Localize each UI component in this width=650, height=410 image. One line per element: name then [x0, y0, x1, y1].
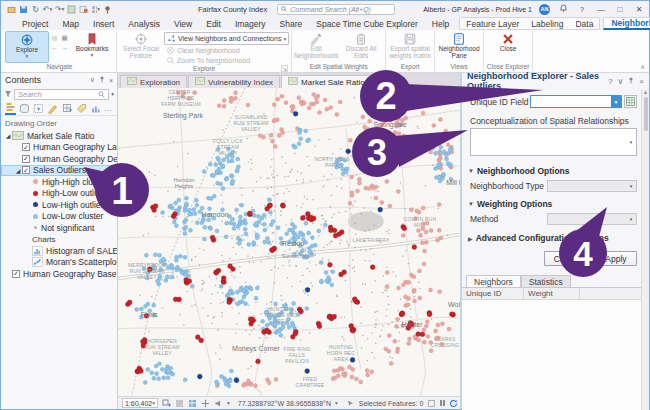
coordinates-options-icon[interactable]: ▾ [335, 400, 338, 406]
snap-icon[interactable] [201, 399, 210, 408]
redo-icon[interactable]: ↷▾ [55, 5, 64, 14]
menu-tab-map[interactable]: Map [55, 17, 86, 30]
pane-pin-icon[interactable] [628, 77, 634, 86]
pin-icon[interactable] [99, 76, 105, 84]
geoprocessing-icon[interactable]: ▾ [91, 5, 100, 14]
list-by-data-source-icon[interactable] [19, 102, 30, 115]
menu-tab-share[interactable]: Share [273, 17, 310, 30]
menu-tab-data[interactable]: Data [569, 18, 599, 29]
ribbon-button-edit-neighborhoods[interactable]: Edit Neighborhoods [294, 31, 338, 63]
menu-tab-neighborhood-explorer[interactable]: Neighborhood Explorer [603, 17, 650, 30]
conceptualization-combo[interactable]: ▾ [470, 128, 637, 156]
pane-scrollbar[interactable]: ▲ ▼ [641, 89, 649, 410]
field-table-button[interactable] [624, 95, 637, 108]
grid-header-unique-id[interactable]: Unique ID [462, 288, 524, 299]
visibility-checkbox[interactable]: ✓ [22, 143, 30, 151]
new-map-icon[interactable] [67, 5, 76, 14]
coordinates-readout[interactable]: 77.3288792°W 38.9655838°N [238, 400, 331, 407]
grid-header-weight[interactable]: Weight [524, 288, 580, 299]
ribbon-button-bookmarks[interactable]: Bookmarks▾ [70, 31, 114, 63]
scale-combo[interactable]: 1:60,402 ▾ [122, 398, 158, 408]
audio-icon[interactable] [214, 399, 223, 408]
results-tab-statistics[interactable]: Statistics [521, 275, 571, 287]
list-by-snapping-icon[interactable] [62, 102, 73, 115]
help-icon[interactable]: ? [576, 5, 588, 14]
unique-id-field-combo[interactable]: ▼ [530, 95, 622, 108]
menu-tab-project[interactable]: Project [15, 17, 55, 30]
minimize-button[interactable]: — [595, 5, 607, 14]
tree-item-moran-s-scatterplot[interactable]: Moran's Scatterplot [1, 257, 117, 269]
tree-item-not-significant[interactable]: Not significant [1, 222, 117, 234]
sync-icon[interactable]: ↻ [31, 5, 40, 14]
ribbon-button-neighborhood-pane[interactable]: Neighborhood Pane [437, 31, 481, 63]
list-by-editing-icon[interactable] [47, 102, 58, 115]
grid-toggle-icon[interactable] [175, 399, 184, 408]
tree-item-human-geography-base[interactable]: ✓Human Geography Base [1, 268, 117, 280]
more-tools-icon[interactable]: … [104, 104, 113, 113]
avatar[interactable]: AN [539, 4, 550, 15]
full-extent-icon[interactable]: ◎ [50, 33, 59, 42]
ribbon-button-discard-all-edits[interactable]: Discard All Edits [339, 31, 383, 63]
pane-menu-icon[interactable]: ∨ [90, 76, 95, 84]
view-tab-vulnerability-index[interactable]: Vulnerability Index [188, 75, 280, 88]
pane-menu-icon[interactable]: ∨ [617, 77, 623, 86]
command-search-box[interactable]: Command Search (Alt+Q) [277, 4, 395, 15]
visibility-checkbox[interactable]: ✓ [22, 155, 30, 163]
list-by-labeling-icon[interactable] [76, 102, 87, 115]
next-extent-icon[interactable]: → [60, 43, 69, 52]
neighborhood-type-combo[interactable]: ▾ [547, 180, 637, 192]
method-combo[interactable]: ▾ [547, 213, 637, 225]
tree-item-charts[interactable]: Charts [1, 234, 117, 246]
filter-icon[interactable] [4, 90, 12, 98]
notifications-icon[interactable] [557, 4, 569, 14]
ribbon-collapse-icon[interactable]: ∧ [640, 63, 645, 71]
menu-tab-labeling[interactable]: Labeling [525, 18, 569, 29]
menu-tab-view[interactable]: View [167, 17, 199, 30]
map-canvas[interactable]: CENTER / HERITAGE FARM MUSEUMSterling Pa… [118, 88, 460, 396]
save-icon[interactable] [19, 5, 28, 14]
tree-item-high-low-outlier[interactable]: High-Low outlier [1, 188, 117, 200]
combo-dropdown-icon[interactable]: ▾ [626, 129, 636, 155]
ribbon-button-view-neighbors-and-connections[interactable]: View Neighbors and Connections▾ [164, 32, 289, 45]
advanced-options-section[interactable]: ▶ Advanced Configuration Options [462, 233, 641, 243]
results-tab-neighbors[interactable]: Neighbors [466, 275, 521, 287]
search-options-icon[interactable]: ▾ [111, 91, 114, 97]
close-window-button[interactable]: ✕ [633, 5, 645, 14]
pane-close-icon[interactable]: × [639, 77, 644, 86]
menu-tab-help[interactable]: Help [425, 17, 456, 30]
ribbon-button-select-focal-feature[interactable]: Select Focal Feature [119, 31, 163, 65]
close-pane-icon[interactable]: × [109, 77, 113, 84]
tree-item-human-geography-label[interactable]: ✓Human Geography Label [1, 142, 117, 154]
ribbon-button-close[interactable]: Close [486, 31, 530, 63]
list-by-charts-icon[interactable] [90, 102, 101, 115]
ribbon-button-zoom-to-neighborhood[interactable]: Zoom To Neighborhood [164, 56, 289, 65]
pane-help-icon[interactable]: ? [608, 77, 612, 86]
ribbon-button-clear-neighborhood[interactable]: Clear Neighborhood [164, 46, 289, 55]
cancel-button[interactable]: Cancel [544, 251, 590, 266]
weighting-options-section[interactable]: ▼ Weighting Options [462, 199, 641, 209]
pause-drawing-icon[interactable] [440, 400, 445, 406]
close-tab-icon[interactable]: ✕ [370, 78, 376, 86]
refresh-icon[interactable] [449, 399, 458, 408]
view-tab-exploration[interactable]: Exploration [120, 75, 187, 88]
open-project-icon[interactable] [7, 5, 16, 14]
tree-item-low-low-cluster[interactable]: Low-Low cluster [1, 211, 117, 223]
clear-selection-icon[interactable] [427, 399, 436, 408]
tree-item-histogram-of-sales-value[interactable]: Histogram of SALES_VALUE [1, 245, 117, 257]
menu-tab-insert[interactable]: Insert [86, 17, 121, 30]
results-grid-body[interactable] [462, 300, 641, 410]
apply-button[interactable]: Apply [595, 251, 637, 266]
scroll-up-icon[interactable]: ▲ [643, 89, 648, 95]
expander-icon[interactable]: ◢ [4, 132, 12, 139]
maximize-button[interactable]: □ [614, 5, 626, 14]
dialog-launcher-icon[interactable]: ↘ [281, 65, 288, 72]
fixed-zoom-icon[interactable]: ▦ [60, 33, 69, 42]
tree-item-high-high-cluster[interactable]: High-High cluster [1, 176, 117, 188]
tree-item-market-sale-ratio[interactable]: ◢Market Sale Ratio [1, 130, 117, 142]
undo-icon[interactable]: ↶▾ [43, 5, 52, 14]
tree-item-low-high-outlier[interactable]: Low-High outlier [1, 199, 117, 211]
menu-tab-feature-layer[interactable]: Feature Layer [460, 18, 525, 29]
list-by-selection-icon[interactable] [33, 102, 44, 115]
expander-icon[interactable]: ◢ [14, 167, 22, 174]
prev-extent-icon[interactable]: ← [50, 43, 59, 52]
